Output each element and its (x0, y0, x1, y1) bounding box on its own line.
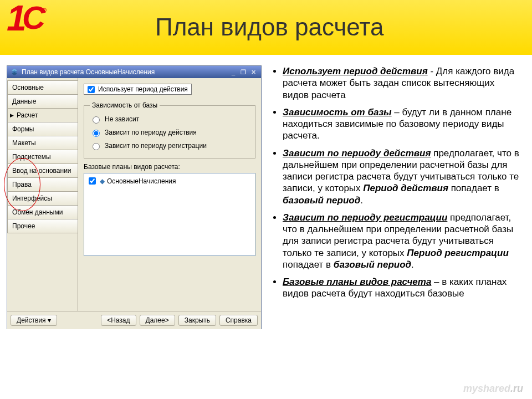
plan-icon: ◆ (100, 177, 105, 185)
radio-input-0[interactable] (93, 116, 100, 124)
back-button[interactable]: <Назад (101, 315, 136, 326)
tab-1[interactable]: Данные (7, 94, 78, 109)
radio-label-2: Зависит по периоду регистрации (105, 142, 207, 150)
actions-button[interactable]: Действия ▾ (11, 315, 57, 326)
tab-3[interactable]: Формы (7, 122, 78, 136)
list-item-checkbox[interactable] (89, 177, 96, 185)
app-window: План видов расчета ОсновныеНачисления _ … (7, 65, 262, 329)
tab-panel-raschet: Использует период действия Зависимость о… (78, 78, 261, 311)
logo-1c: 1 С ® (8, 4, 47, 43)
checkbox-use-period[interactable]: Использует период действия (84, 84, 192, 95)
listbox-label: Базовые планы видов расчета: (84, 163, 255, 171)
window-titlebar[interactable]: План видов расчета ОсновныеНачисления _ … (7, 66, 261, 78)
checkbox-use-period-label: Использует период действия (98, 85, 188, 93)
tab-0[interactable]: Основные (7, 80, 78, 95)
tab-6[interactable]: Ввод на основании (7, 163, 78, 178)
bullet-4: Базовые планы видов расчета – в каких пл… (283, 276, 521, 300)
group-dependency: Зависимость от базы Не зависитЗависит по… (84, 101, 255, 158)
watermark: myshared.ru (463, 383, 523, 395)
bullet-1: Зависимость от базы – будут ли в данном … (283, 106, 521, 142)
help-button[interactable]: Справка (219, 315, 258, 326)
radio-option-2[interactable]: Зависит по периоду регистрации (90, 139, 249, 152)
list-item-label: ОсновныеНачисления (107, 177, 176, 185)
slide-title: План видов расчета (155, 13, 384, 41)
radio-label-1: Зависит по периоду действия (105, 129, 197, 136)
radio-label-0: Не зависит (105, 115, 139, 123)
close-button[interactable]: Закрыть (178, 315, 216, 326)
radio-option-0[interactable]: Не зависит (90, 112, 249, 126)
window-title: План видов расчета ОсновныеНачисления (22, 68, 155, 76)
tab-5[interactable]: Подсистемы (7, 150, 78, 164)
minimize-icon[interactable]: _ (229, 68, 238, 76)
tab-9[interactable]: Обмен данными (7, 205, 78, 219)
bullet-2: Зависит по периоду действия предполагает… (283, 147, 521, 206)
restore-icon[interactable]: ❐ (239, 68, 248, 76)
tab-8[interactable]: Интерфейсы (7, 191, 78, 206)
tab-10[interactable]: Прочее (7, 219, 78, 233)
tab-list: ОсновныеДанныеРасчетФормыМакетыПодсистем… (7, 78, 78, 311)
next-button[interactable]: Далее> (140, 315, 175, 326)
logo-c: С (22, 0, 45, 36)
logo-reg: ® (42, 7, 47, 13)
checkbox-use-period-input[interactable] (88, 86, 95, 93)
list-item[interactable]: ◆ОсновныеНачисления (86, 176, 253, 186)
radio-option-1[interactable]: Зависит по периоду действия (90, 126, 249, 139)
bullet-3: Зависит по периоду регистрации предполаг… (283, 212, 521, 270)
window-icon (11, 68, 18, 76)
radio-input-1[interactable] (93, 130, 100, 137)
bullet-list: Использует период действия - Для каждого… (270, 65, 521, 393)
tab-7[interactable]: Права (7, 177, 78, 192)
listbox-base-plans[interactable]: ◆ОсновныеНачисления (84, 173, 255, 256)
group-dependency-legend: Зависимость от базы (90, 101, 160, 109)
radio-input-2[interactable] (93, 143, 100, 150)
tab-4[interactable]: Макеты (7, 136, 78, 150)
bullet-0: Использует период действия - Для каждого… (283, 65, 521, 101)
close-icon[interactable]: ✕ (249, 68, 258, 76)
button-bar: Действия ▾ <Назад Далее> Закрыть Справка (7, 311, 261, 329)
tab-2[interactable]: Расчет (7, 108, 78, 122)
